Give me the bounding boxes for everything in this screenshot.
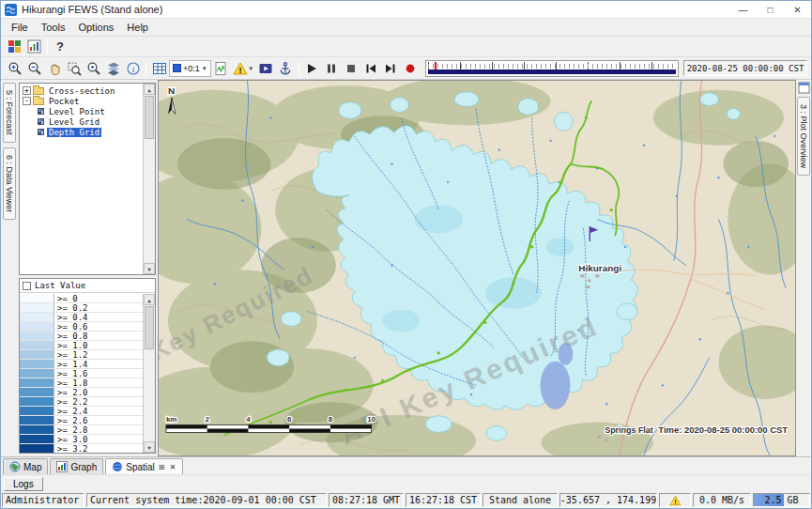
map-canvas[interactable]: API Key Required API Key Required Hikura…: [158, 80, 796, 456]
stop-button[interactable]: [342, 59, 361, 78]
pause-button[interactable]: [322, 59, 342, 78]
legend-value-label: >= 0: [54, 294, 78, 302]
zoom-in-icon: [8, 61, 23, 76]
step-back-button[interactable]: [361, 59, 381, 78]
svg-text:!: !: [239, 65, 242, 74]
legend-row[interactable]: >= 2.4: [20, 407, 143, 416]
warning-filter-dropdown[interactable]: ! ▼: [231, 59, 256, 78]
maximize-button[interactable]: □: [757, 1, 784, 18]
display-button[interactable]: [24, 38, 44, 56]
tab-plot-overview[interactable]: 3 : Plot Overview: [797, 97, 810, 176]
record-button[interactable]: [401, 59, 421, 78]
scroll-thumb[interactable]: [145, 96, 154, 139]
scroll-up-icon[interactable]: ▲: [144, 84, 155, 95]
close-button[interactable]: ✕: [784, 1, 811, 18]
svg-text:N: N: [168, 85, 175, 96]
timeline-slider[interactable]: [425, 60, 679, 77]
legend-row[interactable]: >= 2.2: [20, 397, 143, 407]
grid-display-button[interactable]: [149, 59, 169, 78]
tree-expander-icon[interactable]: -: [23, 97, 31, 105]
legend-row[interactable]: >= 3.0: [20, 435, 143, 444]
help-button[interactable]: ?: [51, 38, 69, 56]
legend-value-label: >= 3.2: [54, 444, 88, 453]
scroll-down-icon[interactable]: ▼: [144, 263, 155, 274]
tab-forecast[interactable]: 5 : Forecast: [3, 83, 16, 143]
stop-icon: [345, 62, 358, 75]
step-forward-button[interactable]: [381, 59, 401, 78]
anchor-tool-button[interactable]: [276, 59, 296, 78]
tree-expander-icon[interactable]: +: [23, 86, 31, 95]
movie-play-icon: [258, 61, 273, 76]
svg-text:4: 4: [246, 415, 251, 424]
tab-graph[interactable]: Graph: [50, 458, 103, 474]
tab-map[interactable]: Map: [3, 458, 48, 474]
scroll-up-icon[interactable]: ▲: [144, 294, 155, 305]
legend-row[interactable]: >= 1.2: [20, 350, 143, 360]
database-button[interactable]: [5, 38, 24, 56]
legend-row[interactable]: >= 0.4: [20, 313, 143, 322]
last-value-checkbox[interactable]: [23, 282, 31, 290]
play-button[interactable]: [302, 59, 322, 78]
legend-value-label: >= 0.2: [54, 303, 88, 312]
tab-close-icon[interactable]: ✕: [169, 463, 177, 471]
menu-file[interactable]: File: [5, 20, 35, 35]
legend-row[interactable]: >= 0.8: [20, 332, 143, 341]
longitudinal-profile-button[interactable]: [211, 59, 231, 78]
layers-button[interactable]: [103, 59, 123, 78]
svg-text:2: 2: [205, 415, 209, 424]
tree-item[interactable]: -Pocket: [21, 96, 142, 106]
legend-color-swatch: [20, 322, 54, 331]
zoom-extent-button[interactable]: [84, 59, 103, 78]
zoom-box-button[interactable]: [64, 59, 84, 78]
legend-value-label: >= 0.4: [54, 313, 88, 321]
logs-button[interactable]: Logs: [4, 477, 43, 491]
minimize-button[interactable]: —: [729, 1, 757, 18]
legend-row[interactable]: >= 0.2: [20, 303, 143, 313]
legend-row[interactable]: >= 2.6: [20, 416, 143, 425]
legend-value-label: >= 1.6: [54, 369, 88, 378]
folder-icon: [33, 98, 44, 105]
zoom-in-button[interactable]: [5, 59, 24, 78]
menu-tools[interactable]: Tools: [35, 20, 72, 35]
legend-row[interactable]: >= 1.6: [20, 369, 143, 378]
scroll-thumb[interactable]: [145, 306, 154, 349]
legend-row[interactable]: >= 0.6: [20, 322, 143, 332]
tab-data-viewer[interactable]: 6 : Data Viewer: [3, 147, 16, 220]
legend-value-label: >= 2.8: [54, 425, 88, 434]
class-scale-dropdown[interactable]: +0:1 ▼: [169, 60, 211, 77]
legend-row[interactable]: >= 2.8: [20, 425, 143, 435]
panel-icon[interactable]: [798, 82, 810, 94]
globe-icon: [9, 461, 21, 472]
tree-item[interactable]: +Cross-section: [21, 85, 142, 96]
legend-row[interactable]: >= 1.8: [20, 378, 143, 388]
menu-options[interactable]: Options: [71, 20, 120, 35]
legend-value-label: >= 2.4: [54, 407, 88, 415]
tree-item[interactable]: Depth Grid: [21, 127, 142, 137]
info-button[interactable]: i: [123, 59, 143, 78]
tree-scrollbar[interactable]: ▲ ▼: [143, 84, 155, 274]
legend-row[interactable]: >= 1.4: [20, 360, 143, 369]
zoom-out-button[interactable]: [24, 59, 44, 78]
legend-scrollbar[interactable]: ▲ ▼: [143, 294, 155, 453]
tab-restore-icon[interactable]: ⊞: [158, 463, 166, 471]
tab-spatial[interactable]: Spatial ⊞ ✕: [105, 458, 183, 474]
menu-help[interactable]: Help: [120, 20, 155, 35]
tree-item-label: Cross-section: [47, 86, 116, 96]
scroll-down-icon[interactable]: ▼: [144, 441, 155, 453]
legend-row[interactable]: >= 1.0: [20, 341, 143, 350]
pan-button[interactable]: [44, 59, 64, 78]
zoom-extent-icon: [86, 61, 101, 76]
bottom-tab-bar: Map Graph Spatial ⊞ ✕: [1, 456, 811, 474]
legend-row[interactable]: >= 3.2: [20, 444, 143, 454]
legend-value-label: >= 3.0: [54, 435, 88, 443]
timeline-span-bar[interactable]: [428, 69, 676, 74]
status-warning-cell[interactable]: !: [659, 493, 691, 507]
tree-item[interactable]: Level Grid: [21, 116, 142, 127]
legend-row[interactable]: >= 2.0: [20, 388, 143, 397]
tree-item[interactable]: Level Point: [21, 106, 142, 116]
animation-button[interactable]: [256, 59, 276, 78]
record-icon: [404, 62, 417, 75]
legend-row[interactable]: >= 0: [20, 294, 143, 303]
logs-bar: Logs: [1, 474, 811, 492]
status-memory: 2.5 GB: [753, 493, 810, 507]
